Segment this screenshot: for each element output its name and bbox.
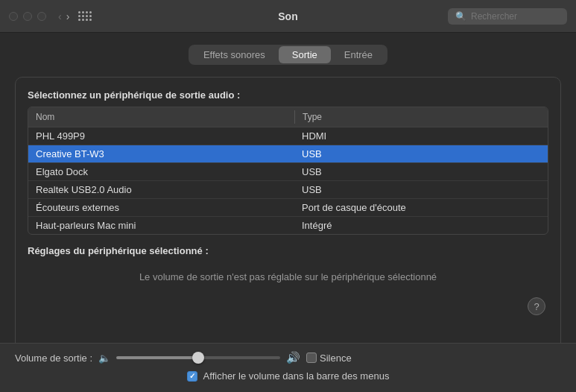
titlebar: ‹ › Son 🔍	[0, 0, 576, 33]
settings-section-label: Réglages du périphérique sélectionné :	[28, 245, 548, 256]
main-content: Effets sonores Sortie Entrée Sélectionne…	[0, 33, 576, 353]
minimize-button[interactable]	[23, 12, 32, 21]
tab-effets-sonores[interactable]: Effets sonores	[190, 46, 279, 63]
device-section-label: Sélectionnez un périphérique de sortie a…	[28, 89, 548, 101]
nav-arrows: ‹ ›	[58, 10, 69, 22]
help-button[interactable]: ?	[528, 297, 545, 315]
show-volume-row: ✓ Afficher le volume dans la barre des m…	[15, 370, 561, 382]
device-type: USB	[294, 181, 548, 198]
device-type: Intégré	[294, 217, 548, 234]
back-arrow[interactable]: ‹	[58, 10, 62, 22]
column-header-type: Type	[294, 110, 548, 124]
device-type: Port de casque d'écoute	[294, 199, 548, 216]
tab-sortie[interactable]: Sortie	[279, 46, 331, 63]
table-row[interactable]: Haut-parleurs Mac mini Intégré	[28, 217, 548, 234]
settings-message: Le volume de sortie n'est pas réglable s…	[28, 271, 548, 282]
window-title: Son	[278, 10, 297, 22]
device-name: PHL 499P9	[28, 127, 294, 145]
device-name: Haut-parleurs Mac mini	[28, 217, 294, 234]
volume-row: Volume de sortie : 🔈 🔊 Silence	[15, 351, 561, 364]
table-row[interactable]: Realtek USB2.0 Audio USB	[28, 181, 548, 199]
device-name: Elgato Dock	[28, 163, 294, 180]
help-container: ?	[28, 297, 548, 315]
column-header-name: Nom	[28, 110, 294, 124]
maximize-button[interactable]	[37, 12, 46, 21]
traffic-lights	[9, 12, 46, 21]
tabs-container: Effets sonores Sortie Entrée	[15, 45, 561, 65]
close-button[interactable]	[9, 12, 18, 21]
volume-low-icon: 🔈	[98, 353, 110, 364]
volume-high-icon: 🔊	[286, 351, 300, 364]
bottom-bar: Volume de sortie : 🔈 🔊 Silence ✓ Affiche…	[0, 343, 576, 392]
silence-label: Silence	[320, 353, 352, 364]
table-row[interactable]: Elgato Dock USB	[28, 163, 548, 181]
volume-slider[interactable]	[116, 356, 280, 359]
device-name: Realtek USB2.0 Audio	[28, 181, 294, 198]
silence-checkbox[interactable]	[306, 353, 317, 363]
device-type: USB	[294, 145, 548, 162]
silence-container: Silence	[306, 353, 352, 364]
device-type: HDMI	[294, 127, 548, 145]
table-row[interactable]: Creative BT-W3 USB	[28, 145, 548, 163]
search-icon: 🔍	[455, 11, 466, 22]
table-row[interactable]: Écouteurs externes Port de casque d'écou…	[28, 199, 548, 217]
show-volume-label: Afficher le volume dans la barre des men…	[203, 370, 390, 382]
device-name: Creative BT-W3	[28, 145, 294, 162]
checkmark-icon: ✓	[189, 372, 195, 380]
device-name: Écouteurs externes	[28, 199, 294, 216]
table-row[interactable]: PHL 499P9 HDMI	[28, 127, 548, 145]
device-table: Nom Type PHL 499P9 HDMI Creative BT-W3 U…	[28, 107, 548, 235]
volume-label: Volume de sortie :	[15, 353, 92, 364]
forward-arrow[interactable]: ›	[66, 10, 70, 22]
tabs: Effets sonores Sortie Entrée	[189, 45, 387, 65]
panel: Sélectionnez un périphérique de sortie a…	[15, 77, 561, 353]
table-header: Nom Type	[28, 107, 548, 127]
grid-icon[interactable]	[78, 11, 92, 21]
search-bar[interactable]: 🔍	[448, 8, 567, 25]
device-type: USB	[294, 163, 548, 180]
search-input[interactable]	[471, 11, 560, 22]
show-volume-checkbox[interactable]: ✓	[187, 371, 197, 382]
tab-entree[interactable]: Entrée	[331, 46, 386, 63]
